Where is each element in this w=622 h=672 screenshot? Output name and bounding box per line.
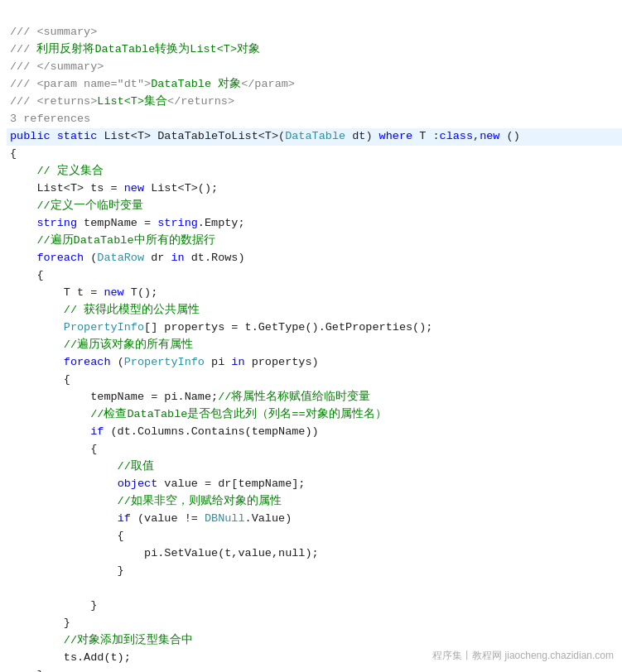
code-segment: public	[10, 128, 51, 146]
code-segment: List<T> DataTableToList<T>(	[97, 128, 285, 146]
code-segment: 3 references	[10, 111, 90, 128]
code-segment: List<T> ts =	[10, 180, 124, 198]
code-line: /// <returns>List<T>集合</returns>	[7, 94, 622, 111]
code-segment: </param>	[241, 76, 295, 94]
code-line: {	[7, 528, 622, 545]
code-line: if (value != DBNull.Value)	[7, 511, 622, 528]
code-segment: // 定义集合	[10, 163, 104, 180]
code-segment: DBNull	[205, 511, 245, 528]
code-segment: // 获得此模型的公共属性	[10, 302, 200, 319]
code-line: List<T> ts = new List<T>();	[7, 180, 622, 198]
code-segment: {	[10, 267, 44, 285]
code-segment: new	[480, 128, 499, 146]
code-line: foreach (PropertyInfo pi in propertys)	[7, 354, 622, 372]
code-line: {	[7, 146, 622, 163]
code-segment: dt.Rows)	[185, 250, 245, 267]
code-segment	[10, 424, 90, 441]
code-line: }	[7, 615, 622, 632]
code-segment	[10, 476, 118, 493]
code-segment: pi	[205, 354, 231, 372]
code-segment: //检查DataTable是否包含此列（列名==对象的属性名）	[10, 406, 387, 424]
code-segment: }	[10, 615, 70, 632]
code-line: {	[7, 267, 622, 285]
code-segment: /// <param name="dt">	[10, 76, 151, 94]
code-segment	[10, 215, 36, 233]
code-line: //遍历DataTable中所有的数据行	[7, 233, 622, 250]
code-segment: //定义一个临时变量	[10, 198, 143, 215]
code-line: /// <param name="dt">DataTable 对象</param…	[7, 76, 622, 94]
code-segment	[10, 511, 118, 528]
code-segment: //取值	[10, 458, 154, 476]
code-line: {	[7, 372, 622, 389]
code-line: //对象添加到泛型集合中	[7, 632, 622, 650]
code-segment: if	[118, 511, 131, 528]
code-segment: foreach	[36, 250, 84, 267]
code-line: // 获得此模型的公共属性	[7, 302, 622, 319]
code-segment: pi.SetValue(t,value,null);	[10, 545, 319, 563]
code-segment: {	[10, 146, 17, 163]
code-segment: ///	[10, 41, 36, 59]
code-segment: }	[10, 667, 44, 672]
code-segment: .Empty;	[198, 215, 245, 233]
code-line: //如果非空，则赋给对象的属性	[7, 493, 622, 511]
code-segment: dr	[144, 250, 171, 267]
code-segment: (value !=	[131, 511, 205, 528]
code-segment: //遍历DataTable中所有的数据行	[10, 233, 215, 250]
code-segment: DataTable	[285, 128, 345, 146]
code-segment: ()	[499, 128, 519, 146]
code-line: 3 references	[7, 111, 622, 128]
code-segment: }	[10, 563, 124, 580]
code-segment: string	[36, 215, 77, 233]
code-segment: DataRow	[97, 250, 144, 267]
code-segment: in	[171, 250, 184, 267]
code-line: T t = new T();	[7, 285, 622, 302]
code-segment: (dt.Columns.Contains(tempName))	[104, 424, 318, 441]
code-line: //遍历该对象的所有属性	[7, 337, 622, 354]
code-block: /// <summary>/// 利用反射将DataTable转换为List<T…	[7, 7, 622, 672]
code-segment: tempName = pi.Name;	[10, 389, 218, 406]
code-segment: propertys)	[245, 354, 319, 372]
code-segment: ,	[473, 128, 480, 146]
code-segment: T();	[124, 285, 158, 302]
code-segment: where	[379, 128, 413, 146]
code-segment: (	[84, 250, 97, 267]
code-segment: ts.Add(t);	[10, 650, 131, 667]
code-segment: }	[10, 598, 97, 615]
code-line: }	[7, 667, 622, 672]
code-segment: {	[10, 441, 97, 458]
code-segment: //将属性名称赋值给临时变量	[218, 389, 370, 406]
code-segment: 利用反射将DataTable转换为List<T>对象	[36, 41, 260, 59]
code-line: tempName = pi.Name;//将属性名称赋值给临时变量	[7, 389, 622, 406]
code-segment: {	[10, 528, 124, 545]
code-segment: new	[104, 285, 123, 302]
code-segment: //如果非空，则赋给对象的属性	[10, 493, 282, 511]
code-line: PropertyInfo[] propertys = t.GetType().G…	[7, 319, 622, 337]
code-line: {	[7, 441, 622, 458]
code-segment: DataTable 对象	[151, 76, 241, 94]
code-segment: </returns>	[167, 94, 234, 111]
code-segment: (	[111, 354, 124, 372]
code-line: if (dt.Columns.Contains(tempName))	[7, 424, 622, 441]
code-line: //定义一个临时变量	[7, 198, 622, 215]
code-line: string tempName = string.Empty;	[7, 215, 622, 233]
code-line: // 定义集合	[7, 163, 622, 180]
code-segment: foreach	[64, 354, 111, 372]
code-segment: object	[118, 476, 158, 493]
code-segment: .Value)	[245, 511, 292, 528]
code-segment: List<T>集合	[97, 94, 167, 111]
code-segment: new	[124, 180, 144, 198]
code-segment: //遍历该对象的所有属性	[10, 337, 193, 354]
code-segment: /// </summary>	[10, 59, 104, 76]
code-segment	[10, 354, 64, 372]
code-segment: T t =	[10, 285, 104, 302]
code-line: public static List<T> DataTableToList<T>…	[7, 128, 622, 146]
code-segment: /// <returns>	[10, 94, 97, 111]
code-segment: PropertyInfo	[124, 354, 205, 372]
code-line: //取值	[7, 458, 622, 476]
code-line	[7, 580, 622, 598]
code-segment: string	[157, 215, 198, 233]
code-segment: if	[90, 424, 104, 441]
code-segment: /// <summary>	[10, 24, 97, 41]
code-segment: class	[440, 128, 474, 146]
code-line: /// <summary>	[7, 24, 622, 41]
